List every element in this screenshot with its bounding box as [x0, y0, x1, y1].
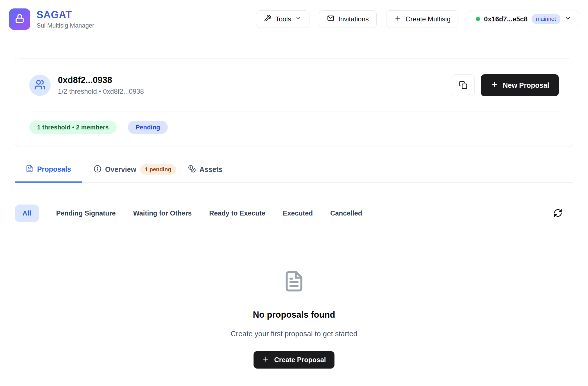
app-header: SAGAT Sui Multisig Manager Tools Invitat…: [0, 0, 588, 38]
tab-assets[interactable]: Assets: [188, 164, 223, 182]
tab-assets-label: Assets: [200, 165, 223, 174]
refresh-icon: [553, 208, 562, 218]
plus-icon: [262, 355, 270, 365]
create-proposal-button[interactable]: Create Proposal: [254, 351, 334, 369]
invitations-label: Invitations: [338, 15, 369, 23]
proposal-filter-bar: All Pending Signature Waiting for Others…: [15, 205, 573, 222]
empty-state-title: No proposals found: [253, 310, 335, 320]
app-subtitle: Sui Multisig Manager: [37, 22, 94, 29]
chevron-down-icon: [295, 15, 302, 23]
filter-executed[interactable]: Executed: [283, 209, 313, 217]
copy-address-button[interactable]: [452, 74, 475, 96]
coins-icon: [188, 165, 196, 174]
connection-status-dot: [476, 17, 480, 21]
multisig-card: 0xd8f2...0938 1/2 threshold • 0xd8f2...0…: [15, 59, 573, 147]
tab-bar: Proposals Overview 1 pending Assets: [15, 164, 573, 183]
multisig-subtitle: 1/2 threshold • 0xd8f2...0938: [58, 87, 144, 95]
users-icon: [34, 79, 46, 91]
filter-pending-signature[interactable]: Pending Signature: [56, 209, 116, 217]
create-multisig-button[interactable]: Create Multisig: [386, 10, 458, 28]
file-text-icon: [283, 270, 305, 293]
chevron-down-icon: [564, 15, 571, 23]
tools-label: Tools: [275, 15, 291, 23]
brand-block: SAGAT Sui Multisig Manager: [37, 9, 94, 29]
file-text-icon: [26, 165, 33, 174]
new-proposal-button[interactable]: New Proposal: [481, 74, 559, 96]
plus-icon: [490, 80, 498, 90]
app-logo: [9, 8, 30, 30]
members-badge: 1 threshold • 2 members: [29, 121, 117, 134]
network-badge: mainnet: [532, 14, 560, 24]
pending-count-badge: 1 pending: [140, 164, 176, 175]
invitations-button[interactable]: Invitations: [319, 10, 377, 28]
filter-waiting-for-others[interactable]: Waiting for Others: [133, 209, 192, 217]
empty-state: No proposals found Create your first pro…: [15, 270, 573, 369]
tab-proposals[interactable]: Proposals: [15, 164, 82, 183]
tab-overview-label: Overview: [105, 165, 136, 174]
lock-icon: [14, 13, 25, 25]
filter-all[interactable]: All: [15, 205, 39, 222]
filter-ready-to-execute[interactable]: Ready to Execute: [209, 209, 265, 217]
mail-icon: [327, 14, 334, 24]
create-proposal-label: Create Proposal: [274, 356, 326, 364]
multisig-avatar: [29, 75, 51, 96]
tab-overview[interactable]: Overview 1 pending: [94, 164, 176, 182]
card-divider: [29, 111, 559, 111]
create-multisig-label: Create Multisig: [406, 15, 451, 23]
app-title: SAGAT: [37, 9, 94, 21]
empty-state-subtitle: Create your first proposal to get starte…: [231, 329, 358, 338]
wallet-address: 0x16d7...e5c8: [484, 15, 528, 23]
main-content: 0xd8f2...0938 1/2 threshold • 0xd8f2...0…: [0, 59, 588, 369]
filter-cancelled[interactable]: Cancelled: [330, 209, 362, 217]
wrench-icon: [264, 14, 272, 24]
tab-proposals-label: Proposals: [37, 165, 71, 173]
status-badge: Pending: [128, 121, 168, 134]
multisig-title: 0xd8f2...0938: [58, 75, 144, 85]
info-icon: [94, 165, 101, 174]
copy-icon: [459, 81, 467, 90]
new-proposal-label: New Proposal: [503, 81, 549, 89]
refresh-button[interactable]: [553, 208, 562, 218]
tools-menu-button[interactable]: Tools: [256, 10, 309, 28]
plus-icon: [394, 14, 402, 24]
wallet-selector[interactable]: 0x16d7...e5c8 mainnet: [468, 10, 579, 28]
